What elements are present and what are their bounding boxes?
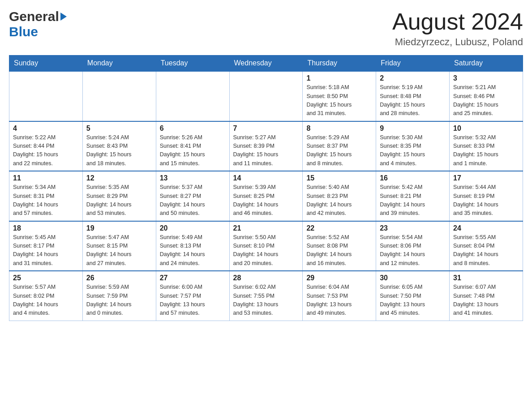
calendar-cell: 8Sunrise: 5:29 AM Sunset: 8:37 PM Daylig… [303,121,376,171]
col-sunday: Sunday [9,56,83,72]
day-info: Sunrise: 5:19 AM Sunset: 8:48 PM Dayligh… [380,83,446,118]
day-number: 11 [13,174,79,182]
day-number: 8 [306,124,372,133]
calendar-cell: 29Sunrise: 6:04 AM Sunset: 7:53 PM Dayli… [303,271,376,321]
week-row-5: 25Sunrise: 5:57 AM Sunset: 8:02 PM Dayli… [9,271,523,321]
calendar-table: Sunday Monday Tuesday Wednesday Thursday… [9,55,523,321]
day-number: 28 [233,274,299,282]
day-info: Sunrise: 5:39 AM Sunset: 8:25 PM Dayligh… [233,183,299,218]
day-info: Sunrise: 6:02 AM Sunset: 7:55 PM Dayligh… [233,283,299,318]
calendar-cell [156,71,229,121]
day-number: 5 [86,124,152,133]
calendar-cell: 5Sunrise: 5:24 AM Sunset: 8:43 PM Daylig… [82,121,156,171]
day-number: 9 [380,124,446,133]
day-number: 23 [380,224,446,232]
calendar-cell: 16Sunrise: 5:42 AM Sunset: 8:21 PM Dayli… [376,171,450,221]
day-info: Sunrise: 5:52 AM Sunset: 8:08 PM Dayligh… [306,233,372,268]
calendar-cell: 26Sunrise: 5:59 AM Sunset: 7:59 PM Dayli… [82,271,156,321]
logo: General Blue [9,9,67,39]
day-number: 22 [306,224,372,232]
day-info: Sunrise: 5:37 AM Sunset: 8:27 PM Dayligh… [160,183,226,218]
day-number: 19 [86,224,152,232]
day-number: 30 [380,274,446,282]
day-number: 10 [453,124,519,133]
calendar-cell: 14Sunrise: 5:39 AM Sunset: 8:25 PM Dayli… [229,171,303,221]
day-number: 6 [160,124,226,133]
day-info: Sunrise: 5:45 AM Sunset: 8:17 PM Dayligh… [13,233,79,268]
calendar-cell: 11Sunrise: 5:34 AM Sunset: 8:31 PM Dayli… [9,171,83,221]
calendar-cell: 17Sunrise: 5:44 AM Sunset: 8:19 PM Dayli… [450,171,523,221]
calendar-cell: 25Sunrise: 5:57 AM Sunset: 8:02 PM Dayli… [9,271,83,321]
calendar-cell: 3Sunrise: 5:21 AM Sunset: 8:46 PM Daylig… [450,71,523,121]
logo-blue: Blue [9,24,38,39]
day-number: 31 [453,274,519,282]
day-number: 27 [160,274,226,282]
day-info: Sunrise: 5:55 AM Sunset: 8:04 PM Dayligh… [453,233,519,268]
calendar-cell: 7Sunrise: 5:27 AM Sunset: 8:39 PM Daylig… [229,121,303,171]
calendar-cell: 30Sunrise: 6:05 AM Sunset: 7:50 PM Dayli… [376,271,450,321]
day-number: 16 [380,174,446,182]
day-number: 4 [13,124,79,133]
calendar-cell: 24Sunrise: 5:55 AM Sunset: 8:04 PM Dayli… [450,221,523,271]
calendar-cell: 12Sunrise: 5:35 AM Sunset: 8:29 PM Dayli… [82,171,156,221]
week-row-2: 4Sunrise: 5:22 AM Sunset: 8:44 PM Daylig… [9,121,523,171]
calendar-cell: 4Sunrise: 5:22 AM Sunset: 8:44 PM Daylig… [9,121,83,171]
day-info: Sunrise: 6:05 AM Sunset: 7:50 PM Dayligh… [380,283,446,318]
day-info: Sunrise: 5:18 AM Sunset: 8:50 PM Dayligh… [306,83,372,118]
week-row-4: 18Sunrise: 5:45 AM Sunset: 8:17 PM Dayli… [9,221,523,271]
day-number: 7 [233,124,299,133]
calendar-cell: 23Sunrise: 5:54 AM Sunset: 8:06 PM Dayli… [376,221,450,271]
calendar-cell: 31Sunrise: 6:07 AM Sunset: 7:48 PM Dayli… [450,271,523,321]
day-info: Sunrise: 5:35 AM Sunset: 8:29 PM Dayligh… [86,183,152,218]
day-info: Sunrise: 5:34 AM Sunset: 8:31 PM Dayligh… [13,183,79,218]
day-info: Sunrise: 6:00 AM Sunset: 7:57 PM Dayligh… [160,283,226,318]
calendar-cell: 1Sunrise: 5:18 AM Sunset: 8:50 PM Daylig… [303,71,376,121]
day-info: Sunrise: 5:26 AM Sunset: 8:41 PM Dayligh… [160,133,226,168]
title-section: August 2024 Miedzyrzecz, Lubusz, Poland [392,9,523,48]
day-info: Sunrise: 5:47 AM Sunset: 8:15 PM Dayligh… [86,233,152,268]
day-info: Sunrise: 5:22 AM Sunset: 8:44 PM Dayligh… [13,133,79,168]
col-saturday: Saturday [450,56,523,72]
calendar-cell: 19Sunrise: 5:47 AM Sunset: 8:15 PM Dayli… [82,221,156,271]
day-number: 21 [233,224,299,232]
calendar-cell: 28Sunrise: 6:02 AM Sunset: 7:55 PM Dayli… [229,271,303,321]
main-title: August 2024 [392,9,523,34]
day-info: Sunrise: 5:49 AM Sunset: 8:13 PM Dayligh… [160,233,226,268]
calendar-cell: 9Sunrise: 5:30 AM Sunset: 8:35 PM Daylig… [376,121,450,171]
day-number: 14 [233,174,299,182]
col-tuesday: Tuesday [156,56,229,72]
day-number: 26 [86,274,152,282]
calendar-cell: 27Sunrise: 6:00 AM Sunset: 7:57 PM Dayli… [156,271,229,321]
day-number: 20 [160,224,226,232]
day-info: Sunrise: 5:21 AM Sunset: 8:46 PM Dayligh… [453,83,519,118]
day-number: 2 [380,74,446,82]
day-info: Sunrise: 5:54 AM Sunset: 8:06 PM Dayligh… [380,233,446,268]
day-number: 3 [453,74,519,82]
day-number: 18 [13,224,79,232]
day-info: Sunrise: 6:04 AM Sunset: 7:53 PM Dayligh… [306,283,372,318]
page-header: General Blue August 2024 Miedzyrzecz, Lu… [9,9,523,48]
day-info: Sunrise: 5:29 AM Sunset: 8:37 PM Dayligh… [306,133,372,168]
calendar-cell: 21Sunrise: 5:50 AM Sunset: 8:10 PM Dayli… [229,221,303,271]
calendar-header-row: Sunday Monday Tuesday Wednesday Thursday… [9,56,523,72]
day-info: Sunrise: 5:50 AM Sunset: 8:10 PM Dayligh… [233,233,299,268]
calendar-cell: 10Sunrise: 5:32 AM Sunset: 8:33 PM Dayli… [450,121,523,171]
col-thursday: Thursday [303,56,376,72]
day-info: Sunrise: 5:40 AM Sunset: 8:23 PM Dayligh… [306,183,372,218]
day-info: Sunrise: 5:30 AM Sunset: 8:35 PM Dayligh… [380,133,446,168]
day-info: Sunrise: 5:27 AM Sunset: 8:39 PM Dayligh… [233,133,299,168]
day-number: 29 [306,274,372,282]
calendar-cell: 22Sunrise: 5:52 AM Sunset: 8:08 PM Dayli… [303,221,376,271]
day-info: Sunrise: 5:44 AM Sunset: 8:19 PM Dayligh… [453,183,519,218]
week-row-1: 1Sunrise: 5:18 AM Sunset: 8:50 PM Daylig… [9,71,523,121]
day-info: Sunrise: 5:57 AM Sunset: 8:02 PM Dayligh… [13,283,79,318]
day-number: 12 [86,174,152,182]
calendar-cell [82,71,156,121]
week-row-3: 11Sunrise: 5:34 AM Sunset: 8:31 PM Dayli… [9,171,523,221]
calendar-cell: 6Sunrise: 5:26 AM Sunset: 8:41 PM Daylig… [156,121,229,171]
col-friday: Friday [376,56,450,72]
day-number: 17 [453,174,519,182]
calendar-cell: 13Sunrise: 5:37 AM Sunset: 8:27 PM Dayli… [156,171,229,221]
day-info: Sunrise: 5:59 AM Sunset: 7:59 PM Dayligh… [86,283,152,318]
day-number: 25 [13,274,79,282]
